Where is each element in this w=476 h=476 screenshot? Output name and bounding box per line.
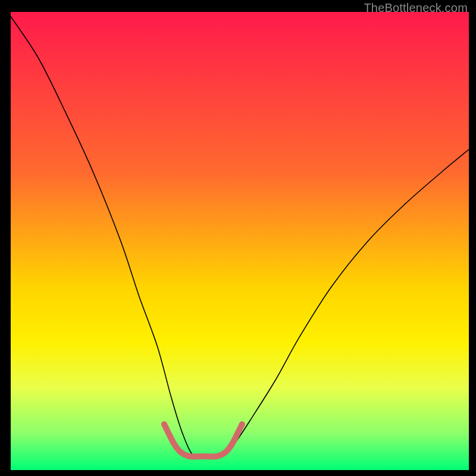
chart-frame: TheBottleneck.com: [0, 0, 476, 476]
chart-plot-area: [11, 12, 469, 470]
watermark-text: TheBottleneck.com: [364, 1, 468, 15]
chart-svg: [11, 12, 469, 470]
chart-background: [11, 12, 469, 470]
